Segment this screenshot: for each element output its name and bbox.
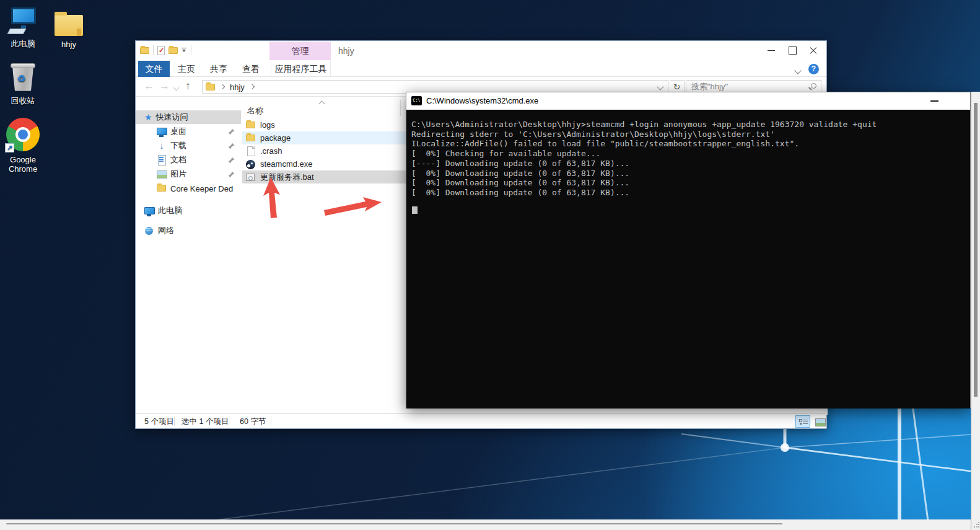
breadcrumb-folder-icon [206,84,215,91]
item-count: 5 个项目 [144,417,174,427]
sidebar-item-network[interactable]: 网络 [136,224,241,237]
desktop-icon-recycle-bin[interactable]: ♻ 回收站 [0,62,46,107]
breadcrumb[interactable]: hhjy [230,82,245,92]
folder-icon [157,183,167,193]
background-window-bottom-edge [0,519,980,530]
maximize-button[interactable] [782,41,803,60]
status-bar: 5 个项目 选中 1 个项目 60 字节 [136,413,826,428]
this-pc-icon [144,206,154,216]
folder-icon [246,133,256,143]
console-text: C:\Users\Administrator\Desktop\hhjy>stea… [411,120,877,198]
back-button[interactable]: ← [144,77,154,97]
sidebar-item-documents[interactable]: 文档 [136,153,241,167]
resize-grip-icon[interactable] [973,522,979,528]
desktop-icon-label: Google Chrome [0,155,46,174]
sidebar-item-pictures[interactable]: 图片 [136,167,241,181]
this-pc-icon [9,7,37,35]
sidebar-item-downloads[interactable]: ↓ 下载 [136,139,241,152]
desktop-icon-this-pc[interactable]: 此电脑 [0,5,46,50]
background-window-divider [6,523,782,524]
cmd-window-title: C:\Windows\system32\cmd.exe [426,96,538,105]
sidebar-item-quick-access[interactable]: ★ 快速访问 [136,110,241,124]
window-title: hhjy [338,41,354,61]
address-dropdown-icon[interactable] [657,83,663,90]
desktop-icon-label: 回收站 [0,95,46,107]
properties-icon[interactable] [157,46,165,55]
network-icon [144,226,154,236]
help-icon[interactable]: ? [808,64,819,74]
downloads-icon: ↓ [157,141,167,151]
search-placeholder: 搜索"hhjy" [691,82,728,91]
close-button[interactable] [803,41,824,60]
cmd-icon: C:\ [411,96,422,105]
pin-icon [228,157,235,164]
contextual-tab-group: 管理 [269,42,331,60]
sidebar-item-desktop[interactable]: 桌面 [136,125,241,138]
selected-size: 60 字节 [240,417,266,427]
sidebar-item-core-keeper[interactable]: Core Keeper Ded [136,182,241,195]
column-divider[interactable] [400,100,401,116]
cmd-minimize-button[interactable] [924,92,945,108]
desktop-icon-label: hhjy [46,40,92,49]
large-icons-view-button[interactable] [812,415,827,428]
quick-access-toolbar [140,45,191,55]
navigation-pane: ★ 快速访问 桌面 ↓ 下载 文档 图片 [136,97,241,415]
desktop-icon [157,126,167,136]
pin-icon [228,171,235,178]
file-icon [246,146,256,156]
quick-access-icon: ★ [144,112,152,122]
folder-icon [246,120,256,130]
tab-file[interactable]: 文件 [138,61,170,77]
minimize-button[interactable] [761,41,782,60]
folder-icon [55,15,83,36]
console-output[interactable]: C:\Users\Administrator\Desktop\hhjy>stea… [406,110,970,409]
pin-icon [228,128,235,135]
sidebar-item-this-pc[interactable]: 此电脑 [136,204,241,218]
shortcut-arrow-icon: ↗ [5,143,14,152]
tab-view[interactable]: 查看 [238,61,263,77]
pin-icon [228,143,235,149]
tab-share[interactable]: 共享 [206,61,231,77]
cmd-window: C:\ C:\Windows\system32\cmd.exe C:\Users… [406,92,971,408]
breadcrumb-separator-icon [220,84,225,89]
recent-locations-icon[interactable] [173,85,180,91]
explorer-app-icon [140,47,149,54]
forward-button[interactable]: → [159,77,170,97]
background-window-right-edge [971,92,980,530]
cmd-titlebar[interactable]: C:\ C:\Windows\system32\cmd.exe [406,92,970,110]
desktop-icon-google-chrome[interactable]: ↗ Google Chrome [0,121,46,174]
collapse-ribbon-icon[interactable] [795,66,800,75]
scrollbar-thumb[interactable] [974,103,978,397]
recycle-bin-icon: ♻ [9,63,37,92]
customize-qat-icon[interactable] [182,48,187,53]
details-view-button[interactable] [795,415,810,428]
up-button[interactable]: ↑ [185,77,191,97]
steam-icon [246,159,256,169]
documents-icon [157,155,167,165]
sort-ascending-icon [319,101,325,107]
desktop: 此电脑 hhjy ♻ 回收站 ↗ Google Chrome 管理 hhjy [0,0,980,530]
selected-count: 选中 1 个项目 [182,417,229,427]
batch-file-icon [246,172,256,182]
desktop-icon-hhjy[interactable]: hhjy [46,6,92,49]
console-cursor [412,206,418,214]
chrome-icon: ↗ [6,118,40,151]
desktop-icon-label: 此电脑 [0,38,46,50]
new-folder-icon[interactable] [168,47,178,54]
search-icon [811,83,816,89]
pictures-icon [157,169,167,179]
ribbon-tabs: 文件 主页 共享 查看 应用程序工具 ? [136,61,826,77]
explorer-titlebar[interactable]: 管理 hhjy [136,41,826,61]
tab-app-tools[interactable]: 应用程序工具 [271,61,331,77]
tab-home[interactable]: 主页 [174,61,199,77]
breadcrumb-separator-icon[interactable] [250,84,255,89]
column-header-name[interactable]: 名称 [247,105,263,117]
